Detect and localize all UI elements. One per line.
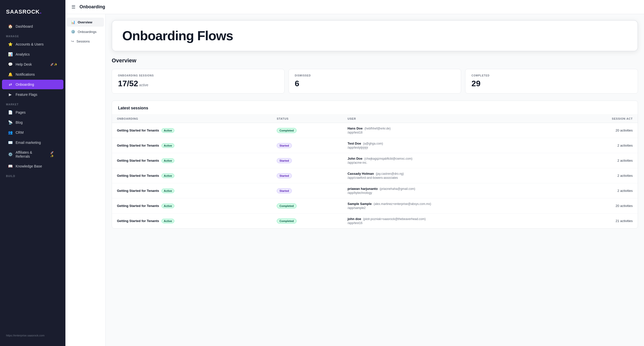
onboarding-status-badge: Active — [162, 204, 174, 208]
cell-session-status: Completed — [272, 198, 343, 213]
affiliates-icon: ⚙️ — [8, 152, 13, 157]
cell-user: john doe (piotr.pozniak+saasrock@thebeav… — [342, 213, 564, 229]
onboarding-name: Getting Started for Tenants — [117, 159, 159, 162]
cell-user: Sample Sample (alex.martinez+enterprise@… — [342, 198, 564, 213]
sidebar-item-help-desk[interactable]: 💬 Help Desk 🚀✨ — [2, 60, 63, 69]
sidebar-item-accounts-users[interactable]: ⭐ Accounts & Users — [2, 39, 63, 49]
brand-name-part1: SAAS — [6, 9, 22, 15]
onboarding-status-badge: Active — [162, 158, 174, 163]
user-path: /app/test18 — [347, 131, 559, 134]
onboarding-status-badge: Active — [162, 189, 174, 193]
sidebar-item-knowledge-base[interactable]: 📖 Knowledge Base — [2, 161, 63, 171]
top-header: ☰ Onboarding — [65, 0, 644, 14]
table-row[interactable]: Getting Started for Tenants ActiveComple… — [112, 213, 638, 229]
sidebar-item-onboarding[interactable]: ⇄ Onboarding — [2, 80, 63, 89]
user-email: (a@ghga.com) — [363, 142, 383, 145]
sub-nav-label: Onboardings — [78, 30, 96, 34]
sub-nav-item-overview[interactable]: 📊 Overview — [67, 18, 104, 27]
stat-card-dismissed: DISMISSED 6 — [289, 69, 461, 94]
table-row[interactable]: Getting Started for Tenants ActiveComple… — [112, 123, 638, 138]
sidebar-item-dashboard[interactable]: 🏠 Dashboard — [2, 22, 63, 31]
user-path: /app/acme-inc. — [347, 161, 559, 164]
stat-value-dismissed: 6 — [295, 79, 455, 88]
sidebar-item-crm[interactable]: 👥 CRM — [2, 128, 63, 137]
stat-card-sessions: ONBOARDING SESSIONS 17/52active — [112, 69, 285, 94]
sidebar-item-feature-flags[interactable]: ▶ Feature Flags — [2, 90, 63, 99]
onboarding-status-badge: Active — [162, 128, 174, 133]
sidebar-item-blog[interactable]: 📡 Blog — [2, 118, 63, 127]
table-row[interactable]: Getting Started for Tenants ActiveStarte… — [112, 138, 638, 153]
cell-session-status: Started — [272, 138, 343, 153]
page-content: Onboarding Flows Overview ONBOARDING SES… — [106, 14, 644, 346]
sidebar-item-label: Analytics — [16, 52, 30, 56]
user-name: Sample Sample — [347, 202, 372, 206]
cell-session-status: Started — [272, 183, 343, 198]
sub-nav-item-sessions[interactable]: ↪ Sessions — [67, 37, 104, 46]
onboardings-icon: ⚙️ — [71, 30, 75, 34]
overview-icon: 📊 — [71, 20, 75, 24]
sidebar-item-email-marketing[interactable]: ✉️ Email marketing — [2, 138, 63, 147]
cell-onboarding: Getting Started for Tenants Active — [112, 153, 272, 168]
onboarding-name: Getting Started for Tenants — [117, 204, 159, 208]
menu-icon[interactable]: ☰ — [71, 4, 75, 10]
table-title: Latest sessions — [112, 101, 638, 115]
user-path: /app/testytjrjrjrjr — [347, 146, 559, 149]
sidebar-item-affiliates-referrals[interactable]: ⚙️ Affiliates & Referrals 🚀✨ — [2, 148, 63, 161]
analytics-icon: 📊 — [8, 52, 13, 57]
brand-logo: SAASROCK. — [0, 5, 65, 21]
sidebar-item-label: Email marketing — [16, 141, 41, 145]
sidebar-item-label: Blog — [16, 120, 23, 124]
cell-session-status: Started — [272, 153, 343, 168]
cell-session-status: Completed — [272, 213, 343, 229]
cell-activities: 20 activities — [565, 198, 638, 213]
user-name: Test Doe — [347, 142, 361, 145]
table-row[interactable]: Getting Started for Tenants ActiveStarte… — [112, 168, 638, 183]
session-status-badge: Started — [277, 158, 292, 163]
cell-session-status: Started — [272, 168, 343, 183]
cell-user: Cassady Holman (jay.castren@dro.ng) /app… — [342, 168, 564, 183]
sessions-table: Onboarding Status User Session act Getti… — [112, 115, 638, 228]
sidebar-item-label: Feature Flags — [16, 93, 37, 97]
user-email: (hebfhhef@erkr.de) — [365, 127, 391, 130]
session-status-badge: Completed — [277, 219, 297, 224]
table-section: Latest sessions Onboarding Status User S… — [112, 101, 638, 229]
sidebar-item-label: Knowledge Base — [16, 164, 42, 168]
user-path: /app/test16 — [347, 221, 559, 225]
table-row[interactable]: Getting Started for Tenants ActiveStarte… — [112, 153, 638, 168]
page-section-title: Overview — [112, 57, 638, 64]
cell-onboarding: Getting Started for Tenants Active — [112, 183, 272, 198]
email-icon: ✉️ — [8, 140, 13, 145]
cell-onboarding: Getting Started for Tenants Active — [112, 198, 272, 213]
cell-user: John Doe (chwjkagqzmqabftcbl@cwmxc.com) … — [342, 153, 564, 168]
stat-label-sessions: ONBOARDING SESSIONS — [118, 74, 278, 77]
user-name: john doe — [347, 217, 361, 221]
sidebar-item-label: Onboarding — [16, 82, 34, 86]
stat-card-completed: COMPLETED 29 — [465, 69, 638, 94]
sidebar-section-market: MARKET — [0, 100, 65, 107]
knowledge-base-icon: 📖 — [8, 164, 13, 168]
sidebar-item-notifications[interactable]: 🔔 Notifications — [2, 70, 63, 79]
sidebar-item-pages[interactable]: 📄 Pages — [2, 108, 63, 117]
session-status-badge: Started — [277, 173, 292, 178]
user-name: John Doe — [347, 157, 362, 160]
cell-user: Hans Doe (hebfhhef@erkr.de) /app/test18 — [342, 123, 564, 138]
cell-user: Test Doe (a@ghga.com) /app/testytjrjrjrj… — [342, 138, 564, 153]
col-session-act: Session act — [565, 115, 638, 123]
table-row[interactable]: Getting Started for Tenants ActiveComple… — [112, 198, 638, 213]
notifications-icon: 🔔 — [8, 72, 13, 77]
user-email: (piotr.pozniak+saasrock@thebeaverhead.co… — [363, 217, 426, 221]
sidebar-item-analytics[interactable]: 📊 Analytics — [2, 50, 63, 59]
cell-activities: 2 activities — [565, 153, 638, 168]
stat-label-completed: COMPLETED — [471, 74, 632, 77]
sub-nav-item-onboardings[interactable]: ⚙️ Onboardings — [67, 27, 104, 36]
table-row[interactable]: Getting Started for Tenants ActiveStarte… — [112, 183, 638, 198]
sidebar-section-build: BUILD — [0, 171, 65, 179]
sidebar: SAASROCK. 🏠 Dashboard MANAGE ⭐ Accounts … — [0, 0, 65, 346]
user-email: (alex.martinez+enterprise@absys.com.mx) — [374, 202, 431, 206]
col-status: Status — [272, 115, 343, 123]
stat-value-sessions: 17/52active — [118, 79, 278, 88]
col-user: User — [342, 115, 564, 123]
sub-nav-label: Sessions — [76, 39, 90, 43]
sidebar-item-label: Affiliates & Referrals — [16, 150, 47, 158]
onboarding-name: Getting Started for Tenants — [117, 219, 159, 223]
